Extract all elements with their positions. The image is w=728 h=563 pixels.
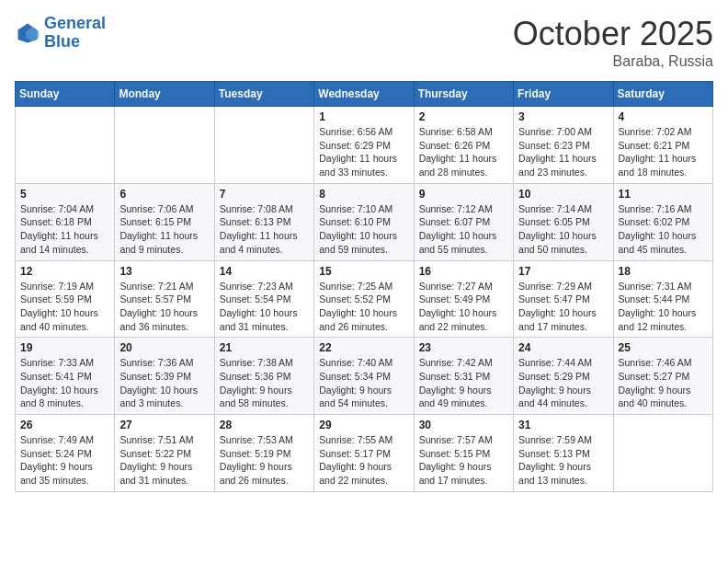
location-title: Baraba, Russia <box>513 53 713 70</box>
column-header-monday: Monday <box>115 82 214 107</box>
day-info: Sunrise: 7:04 AM Sunset: 6:18 PM Dayligh… <box>20 202 109 257</box>
calendar-cell <box>115 107 214 184</box>
calendar-cell: 21Sunrise: 7:38 AM Sunset: 5:36 PM Dayli… <box>214 338 313 415</box>
column-header-tuesday: Tuesday <box>214 82 313 107</box>
logo-icon <box>15 20 40 46</box>
day-number: 21 <box>220 341 309 354</box>
day-info: Sunrise: 7:31 AM Sunset: 5:44 PM Dayligh… <box>619 280 708 334</box>
day-info: Sunrise: 7:59 AM Sunset: 5:13 PM Dayligh… <box>518 433 608 488</box>
column-header-friday: Friday <box>514 82 613 107</box>
day-info: Sunrise: 7:00 AM Sunset: 6:23 PM Dayligh… <box>518 125 608 179</box>
day-info: Sunrise: 7:36 AM Sunset: 5:39 PM Dayligh… <box>119 356 209 410</box>
day-info: Sunrise: 7:14 AM Sunset: 6:05 PM Dayligh… <box>518 202 608 257</box>
calendar-week-row: 19Sunrise: 7:33 AM Sunset: 5:41 PM Dayli… <box>16 338 713 415</box>
day-number: 5 <box>20 188 109 201</box>
day-number: 7 <box>220 188 309 201</box>
calendar-cell: 20Sunrise: 7:36 AM Sunset: 5:39 PM Dayli… <box>115 338 214 415</box>
day-info: Sunrise: 7:25 AM Sunset: 5:52 PM Dayligh… <box>319 280 408 334</box>
column-header-thursday: Thursday <box>414 82 513 107</box>
logo-text: General Blue <box>44 15 106 52</box>
calendar-cell: 9Sunrise: 7:12 AM Sunset: 6:07 PM Daylig… <box>414 183 513 260</box>
calendar-cell <box>16 107 115 184</box>
day-number: 17 <box>518 265 608 278</box>
calendar-cell: 13Sunrise: 7:21 AM Sunset: 5:57 PM Dayli… <box>115 260 214 338</box>
calendar-cell <box>613 415 712 492</box>
column-header-saturday: Saturday <box>613 82 712 107</box>
calendar-cell: 18Sunrise: 7:31 AM Sunset: 5:44 PM Dayli… <box>613 260 712 338</box>
logo: General Blue <box>15 15 106 52</box>
calendar-cell: 23Sunrise: 7:42 AM Sunset: 5:31 PM Dayli… <box>414 338 513 415</box>
day-number: 6 <box>119 188 209 201</box>
day-number: 23 <box>419 341 508 354</box>
day-number: 14 <box>220 265 309 278</box>
day-info: Sunrise: 7:53 AM Sunset: 5:19 PM Dayligh… <box>220 433 309 488</box>
day-number: 3 <box>518 110 608 123</box>
day-info: Sunrise: 7:12 AM Sunset: 6:07 PM Dayligh… <box>419 202 508 257</box>
calendar-cell: 16Sunrise: 7:27 AM Sunset: 5:49 PM Dayli… <box>414 260 513 338</box>
day-info: Sunrise: 7:44 AM Sunset: 5:29 PM Dayligh… <box>518 356 608 410</box>
day-info: Sunrise: 7:51 AM Sunset: 5:22 PM Dayligh… <box>119 433 209 488</box>
day-number: 15 <box>319 265 408 278</box>
calendar-cell: 8Sunrise: 7:10 AM Sunset: 6:10 PM Daylig… <box>314 183 414 260</box>
day-info: Sunrise: 7:55 AM Sunset: 5:17 PM Dayligh… <box>319 433 408 488</box>
calendar-cell: 22Sunrise: 7:40 AM Sunset: 5:34 PM Dayli… <box>314 338 414 415</box>
calendar-cell: 11Sunrise: 7:16 AM Sunset: 6:02 PM Dayli… <box>613 183 712 260</box>
title-section: October 2025 Baraba, Russia <box>513 15 713 70</box>
calendar-week-row: 1Sunrise: 6:56 AM Sunset: 6:29 PM Daylig… <box>16 107 713 184</box>
calendar-cell: 7Sunrise: 7:08 AM Sunset: 6:13 PM Daylig… <box>214 183 313 260</box>
day-number: 26 <box>20 419 109 431</box>
day-number: 2 <box>419 110 508 123</box>
calendar-week-row: 12Sunrise: 7:19 AM Sunset: 5:59 PM Dayli… <box>16 260 713 338</box>
column-header-wednesday: Wednesday <box>314 82 414 107</box>
calendar-cell: 27Sunrise: 7:51 AM Sunset: 5:22 PM Dayli… <box>115 415 214 492</box>
day-info: Sunrise: 7:08 AM Sunset: 6:13 PM Dayligh… <box>220 202 309 257</box>
day-number: 29 <box>319 419 408 431</box>
calendar-cell: 10Sunrise: 7:14 AM Sunset: 6:05 PM Dayli… <box>514 183 613 260</box>
day-info: Sunrise: 7:02 AM Sunset: 6:21 PM Dayligh… <box>619 125 708 179</box>
day-number: 25 <box>619 341 708 354</box>
day-number: 9 <box>419 188 508 201</box>
day-info: Sunrise: 7:33 AM Sunset: 5:41 PM Dayligh… <box>20 356 109 410</box>
calendar-cell: 19Sunrise: 7:33 AM Sunset: 5:41 PM Dayli… <box>16 338 115 415</box>
day-number: 10 <box>518 188 608 201</box>
page-header: General Blue October 2025 Baraba, Russia <box>15 15 713 70</box>
day-info: Sunrise: 7:29 AM Sunset: 5:47 PM Dayligh… <box>518 280 608 334</box>
calendar-cell: 1Sunrise: 6:56 AM Sunset: 6:29 PM Daylig… <box>314 107 414 184</box>
day-number: 28 <box>220 419 309 431</box>
day-number: 20 <box>119 341 209 354</box>
day-info: Sunrise: 6:56 AM Sunset: 6:29 PM Dayligh… <box>319 125 408 179</box>
calendar-week-row: 26Sunrise: 7:49 AM Sunset: 5:24 PM Dayli… <box>16 415 713 492</box>
calendar-cell: 3Sunrise: 7:00 AM Sunset: 6:23 PM Daylig… <box>514 107 613 184</box>
day-number: 24 <box>518 341 608 354</box>
day-info: Sunrise: 7:27 AM Sunset: 5:49 PM Dayligh… <box>419 280 508 334</box>
calendar-cell: 15Sunrise: 7:25 AM Sunset: 5:52 PM Dayli… <box>314 260 414 338</box>
calendar-cell: 28Sunrise: 7:53 AM Sunset: 5:19 PM Dayli… <box>214 415 313 492</box>
day-info: Sunrise: 7:19 AM Sunset: 5:59 PM Dayligh… <box>20 280 109 334</box>
calendar-week-row: 5Sunrise: 7:04 AM Sunset: 6:18 PM Daylig… <box>16 183 713 260</box>
day-number: 12 <box>20 265 109 278</box>
day-number: 13 <box>119 265 209 278</box>
day-number: 19 <box>20 341 109 354</box>
calendar-cell: 5Sunrise: 7:04 AM Sunset: 6:18 PM Daylig… <box>16 183 115 260</box>
calendar-cell: 14Sunrise: 7:23 AM Sunset: 5:54 PM Dayli… <box>214 260 313 338</box>
calendar-cell: 29Sunrise: 7:55 AM Sunset: 5:17 PM Dayli… <box>314 415 414 492</box>
day-number: 18 <box>619 265 708 278</box>
day-number: 1 <box>319 110 408 123</box>
day-info: Sunrise: 7:21 AM Sunset: 5:57 PM Dayligh… <box>119 280 209 334</box>
calendar-cell <box>214 107 313 184</box>
day-number: 27 <box>119 419 209 431</box>
calendar-cell: 6Sunrise: 7:06 AM Sunset: 6:15 PM Daylig… <box>115 183 214 260</box>
calendar-cell: 4Sunrise: 7:02 AM Sunset: 6:21 PM Daylig… <box>613 107 712 184</box>
day-number: 22 <box>319 341 408 354</box>
day-info: Sunrise: 6:58 AM Sunset: 6:26 PM Dayligh… <box>419 125 508 179</box>
calendar-cell: 25Sunrise: 7:46 AM Sunset: 5:27 PM Dayli… <box>613 338 712 415</box>
calendar-cell: 24Sunrise: 7:44 AM Sunset: 5:29 PM Dayli… <box>514 338 613 415</box>
calendar-cell: 31Sunrise: 7:59 AM Sunset: 5:13 PM Dayli… <box>514 415 613 492</box>
day-number: 8 <box>319 188 408 201</box>
calendar-cell: 12Sunrise: 7:19 AM Sunset: 5:59 PM Dayli… <box>16 260 115 338</box>
day-info: Sunrise: 7:57 AM Sunset: 5:15 PM Dayligh… <box>419 433 508 488</box>
month-title: October 2025 <box>513 15 713 53</box>
day-info: Sunrise: 7:46 AM Sunset: 5:27 PM Dayligh… <box>619 356 708 410</box>
day-info: Sunrise: 7:23 AM Sunset: 5:54 PM Dayligh… <box>220 280 309 334</box>
calendar: SundayMondayTuesdayWednesdayThursdayFrid… <box>15 81 713 492</box>
